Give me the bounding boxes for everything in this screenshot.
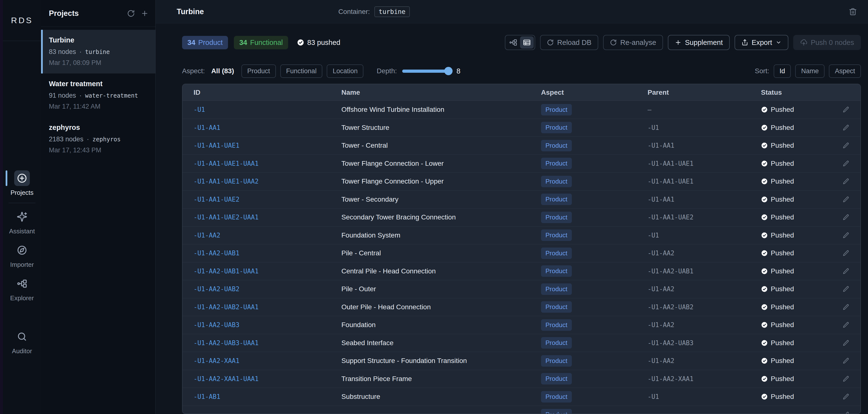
network-icon	[17, 278, 27, 289]
export-label: Export	[752, 39, 772, 47]
pencil-icon[interactable]	[843, 357, 849, 364]
node-id-link[interactable]: -U1-AA2-UAB3-UAA1	[193, 339, 258, 347]
refresh-icon[interactable]	[127, 9, 135, 17]
nav-item-importer[interactable]: Importer	[3, 242, 41, 269]
check-circle-icon	[761, 393, 768, 400]
delete-project-button[interactable]	[849, 7, 857, 16]
plus-icon[interactable]	[141, 9, 149, 17]
push-nodes-button[interactable]: Push 0 nodes	[793, 35, 861, 50]
table-view-icon	[523, 38, 531, 47]
reanalyse-label: Re-analyse	[620, 39, 656, 47]
node-id-link[interactable]: -U1-AA2-UAB2-UAA1	[193, 303, 258, 311]
sort-label: Sort:	[755, 67, 769, 75]
node-id-link[interactable]: -U1-AA2-XAA1-UAA1	[193, 375, 258, 382]
aspect-filter-location[interactable]: Location	[327, 64, 363, 78]
node-id-link[interactable]: -U1-AA2-UAB3	[193, 321, 240, 329]
main-area: Turbine Container: turbine 34 Produ	[156, 0, 868, 414]
node-name: Tower - Central	[341, 142, 541, 149]
depth-slider-thumb[interactable]	[444, 67, 453, 75]
table-view-button[interactable]	[520, 36, 534, 48]
reload-db-button[interactable]: Reload DB	[540, 35, 598, 50]
pencil-icon[interactable]	[843, 304, 849, 310]
table-row: -U1-AA2-UAB1-UAA1 Central Pile - Head Co…	[183, 263, 861, 280]
export-button[interactable]: Export	[735, 35, 788, 50]
aspect-badge: Product	[541, 194, 572, 205]
status-text: Pushed	[771, 124, 794, 132]
chevron-down-icon	[776, 39, 781, 45]
pencil-icon[interactable]	[843, 214, 849, 221]
pencil-icon[interactable]	[843, 142, 849, 149]
node-id-link[interactable]: -U1-AA1-UAE2-UAA1	[193, 214, 258, 221]
project-slug: turbine	[85, 48, 110, 56]
table-row: Product	[183, 406, 861, 414]
node-status: Pushed	[761, 339, 836, 347]
node-id-link[interactable]: -U1-AA2-UAB1-UAA1	[193, 268, 258, 275]
node-id-link[interactable]: -U1-AA1-UAE2	[193, 196, 240, 203]
nav-item-explorer[interactable]: Explorer	[3, 276, 41, 302]
pencil-icon[interactable]	[843, 321, 849, 328]
node-status: Pushed	[761, 213, 836, 221]
sort-by-aspect[interactable]: Aspect	[829, 64, 861, 78]
node-id-link[interactable]: -U1-AA1-UAE1	[193, 142, 240, 149]
pencil-icon[interactable]	[843, 124, 849, 131]
node-id-link[interactable]: -U1-AA1-UAE1-UAA2	[193, 178, 258, 185]
nav-item-assistant[interactable]: Assistant	[3, 209, 41, 235]
pencil-icon[interactable]	[843, 232, 849, 239]
node-id-link[interactable]: -U1-AB1	[193, 393, 220, 400]
reanalyse-icon	[610, 39, 617, 46]
pencil-icon[interactable]	[843, 375, 849, 382]
aspect-badge: Product	[541, 140, 572, 151]
node-name: Substructure	[341, 393, 541, 401]
check-circle-icon	[761, 286, 768, 292]
pencil-icon[interactable]	[843, 286, 849, 292]
sort-by-id[interactable]: Id	[774, 64, 791, 78]
node-id-link[interactable]: -U1-AA2	[193, 232, 220, 239]
pencil-icon[interactable]	[843, 268, 849, 275]
depth-slider[interactable]	[402, 67, 451, 75]
supplement-button[interactable]: Supplement	[668, 35, 730, 50]
nodes-table: ID Name Aspect Parent Status -U1 Offshor…	[182, 84, 861, 414]
table-row: -U1-AA2-XAA1-UAA1 Transition Piece Frame…	[183, 370, 861, 388]
node-status: Pushed	[761, 285, 836, 293]
node-id-link[interactable]: -U1	[193, 106, 205, 113]
aspect-filter-functional[interactable]: Functional	[280, 64, 322, 78]
nav-item-projects[interactable]: Projects	[3, 170, 41, 197]
node-parent: -U1-AA1-UAE1	[648, 160, 761, 167]
table-row: -U1-AA2-UAB2 Pile - Outer Product -U1-AA…	[183, 280, 861, 298]
project-item-zephyros[interactable]: zephyros 2183 nodes · zephyros Mar 17, 1…	[41, 117, 155, 161]
status-text: Pushed	[771, 303, 794, 311]
table-body: -U1 Offshore Wind Turbine Installation P…	[183, 101, 861, 414]
pencil-icon[interactable]	[843, 106, 849, 113]
aspect-badge: Product	[541, 158, 572, 169]
node-parent: -U1	[648, 232, 761, 239]
node-id-link[interactable]: -U1-AA2-XAA1	[193, 357, 240, 365]
node-id-link[interactable]: -U1-AA2-UAB1	[193, 249, 240, 257]
pencil-icon[interactable]	[843, 393, 849, 400]
reanalyse-button[interactable]: Re-analyse	[603, 35, 663, 50]
aspect-badge: Product	[541, 391, 572, 403]
graph-view-button[interactable]	[506, 36, 520, 48]
pencil-icon[interactable]	[843, 411, 849, 414]
node-id-link[interactable]: -U1-AA1-UAE1-UAA1	[193, 160, 258, 167]
node-name: Tower - Secondary	[341, 196, 541, 203]
node-parent: -U1-AA2-UAB1	[648, 268, 761, 275]
pencil-icon[interactable]	[843, 178, 849, 185]
table-row: -U1-AA2-UAB3-UAA1 Seabed Interface Produ…	[183, 334, 861, 352]
sort-by-name[interactable]: Name	[795, 64, 825, 78]
pencil-icon[interactable]	[843, 340, 849, 346]
project-item-water-treatment[interactable]: Water treatment 91 nodes · water-treatme…	[41, 73, 155, 117]
dot-separator: ·	[80, 92, 82, 99]
check-circle-icon	[761, 214, 768, 221]
aspect-filter-product[interactable]: Product	[242, 64, 276, 78]
pencil-icon[interactable]	[843, 196, 849, 203]
node-id-link[interactable]: -U1-AA1	[193, 124, 220, 131]
node-id-link[interactable]: -U1-AA2-UAB2	[193, 285, 240, 293]
project-item-turbine[interactable]: Turbine 83 nodes · turbine Mar 17, 08:09…	[41, 30, 155, 73]
status-text: Pushed	[771, 232, 794, 239]
nav-item-auditor[interactable]: Auditor	[3, 329, 41, 355]
pencil-icon[interactable]	[843, 250, 849, 256]
pencil-icon[interactable]	[843, 160, 849, 167]
depth-label: Depth:	[377, 67, 397, 75]
projects-panel: Projects Turbine 83 nodes · turbine Mar …	[41, 0, 156, 414]
aspect-filter-all[interactable]: All (83)	[211, 67, 234, 75]
